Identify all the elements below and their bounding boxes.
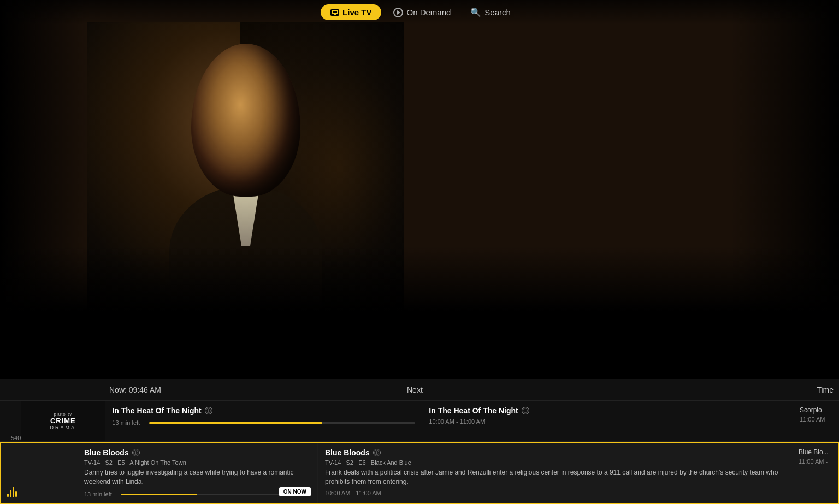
- program-title-row: In The Heat Of The Night ⓘ: [112, 406, 415, 415]
- video-gradient-bottom: [0, 246, 839, 311]
- on-now-badge: ON NOW: [279, 487, 311, 496]
- next-info-icon-bb[interactable]: ⓘ: [373, 449, 381, 456]
- program-cell-heat-next[interactable]: In The Heat Of The Night ⓘ 10:00 AM - 11…: [422, 401, 795, 441]
- sound-indicator: [7, 487, 17, 497]
- next-info-icon-heat[interactable]: ⓘ: [522, 407, 529, 414]
- later-cell-heat: Scorpio 11:00 AM -: [795, 401, 839, 441]
- later-title-bb: Blue Blo...: [799, 448, 834, 456]
- search-icon: 🔍: [470, 7, 481, 17]
- pluto-logo-top: pluto tv: [54, 412, 72, 417]
- next-time-bb: 10:00 AM - 11:00 AM: [325, 490, 787, 496]
- next-title-row-bb: Blue Bloods ⓘ: [325, 448, 787, 457]
- guide-now-time: Now: 09:46 AM: [85, 386, 401, 394]
- live-tv-nav-button[interactable]: Live TV: [321, 4, 381, 20]
- bb-episode: E5: [117, 459, 125, 466]
- progress-row-bb: 13 min left ON NOW: [84, 491, 311, 497]
- time-left-heat: 13 min left: [112, 419, 145, 426]
- bb-ep-title: A Night On The Town: [129, 459, 186, 466]
- bb-next-desc: Frank deals with a political crisis afte…: [325, 468, 787, 487]
- bb-desc: Danny tries to juggle investigating a ca…: [84, 468, 311, 487]
- sound-bar-4: [15, 491, 17, 497]
- svg-rect-1: [334, 14, 336, 15]
- on-demand-label: On Demand: [406, 8, 451, 17]
- sound-bar-2: [10, 490, 11, 497]
- program-cell-bb-now[interactable]: Blue Bloods ⓘ TV-14 S2 E5 A Night On The…: [78, 443, 318, 503]
- tv-icon: [330, 9, 339, 16]
- later-cell-bb: Blue Blo... 11:00 AM -: [794, 443, 838, 503]
- time-left-bb: 13 min left: [84, 491, 117, 497]
- pluto-logo: pluto tv CRIME DRAMA: [50, 412, 76, 430]
- sound-bar-3: [13, 487, 14, 497]
- program-title-heat: In The Heat Of The Night: [112, 406, 201, 415]
- pluto-logo-drama: DRAMA: [50, 425, 76, 430]
- svg-rect-2: [333, 11, 337, 13]
- later-time-heat: 11:00 AM -: [800, 416, 835, 423]
- video-player[interactable]: [0, 0, 839, 311]
- guide-next-label: Next: [401, 386, 795, 394]
- guide-channel-rows: 540 pluto tv CRIME DRAMA In The Heat Of …: [0, 401, 839, 504]
- navigation: Live TV On Demand 🔍 Search: [0, 0, 839, 25]
- progress-bar-heat: [149, 422, 415, 424]
- channel-row-540: 540 pluto tv CRIME DRAMA In The Heat Of …: [0, 401, 839, 442]
- progress-row-heat: 13 min left: [112, 419, 415, 426]
- bb-title-row: Blue Bloods ⓘ: [84, 448, 311, 457]
- program-cell-heat-now[interactable]: In The Heat Of The Night ⓘ 13 min left: [105, 401, 422, 441]
- search-nav-button[interactable]: 🔍 Search: [463, 4, 518, 21]
- bb-next-ep-title: Black And Blue: [371, 459, 411, 466]
- guide-time-label: Time: [795, 386, 839, 394]
- tv-guide: Now: 09:46 AM Next Time 540 pluto tv CRI…: [0, 379, 839, 504]
- sound-bar-1: [7, 494, 9, 497]
- next-time-heat: 10:00 AM - 11:00 AM: [429, 418, 788, 425]
- bb-season: S2: [105, 459, 113, 466]
- channel-logo-crime-drama: pluto tv CRIME DRAMA: [21, 401, 105, 441]
- program-cell-bb-next[interactable]: Blue Bloods ⓘ TV-14 S2 E6 Black And Blue…: [318, 443, 794, 503]
- bb-rating: TV-14: [84, 459, 100, 466]
- info-icon-bb[interactable]: ⓘ: [132, 449, 140, 456]
- bb-meta: TV-14 S2 E5 A Night On The Town: [84, 459, 311, 466]
- play-icon: [393, 8, 403, 17]
- progress-fill-bb: [121, 494, 197, 495]
- next-title-row-heat: In The Heat Of The Night ⓘ: [429, 406, 788, 415]
- live-tv-label: Live TV: [342, 8, 371, 17]
- bb-next-meta: TV-14 S2 E6 Black And Blue: [325, 459, 787, 466]
- next-title-bb: Blue Bloods: [325, 448, 370, 457]
- bb-next-episode: E6: [358, 459, 365, 466]
- guide-header: Now: 09:46 AM Next Time: [0, 379, 839, 401]
- later-time-bb: 11:00 AM -: [799, 458, 834, 465]
- channel-number-540: 540: [5, 435, 26, 441]
- next-title-heat: In The Heat Of The Night: [429, 406, 518, 415]
- progress-fill-heat: [149, 422, 322, 424]
- bb-next-season: S2: [346, 459, 353, 466]
- on-demand-nav-button[interactable]: On Demand: [386, 4, 458, 21]
- channel-row-bluebloods: BLUE BLOODS Blue Bloods ⓘ TV-14: [0, 442, 839, 504]
- bb-title: Blue Bloods: [84, 448, 129, 457]
- info-icon-heat[interactable]: ⓘ: [205, 407, 212, 414]
- later-title-heat: Scorpio: [800, 406, 835, 414]
- bb-next-rating: TV-14: [325, 459, 341, 466]
- pluto-logo-crime: CRIME: [50, 417, 76, 425]
- search-label: Search: [485, 8, 511, 17]
